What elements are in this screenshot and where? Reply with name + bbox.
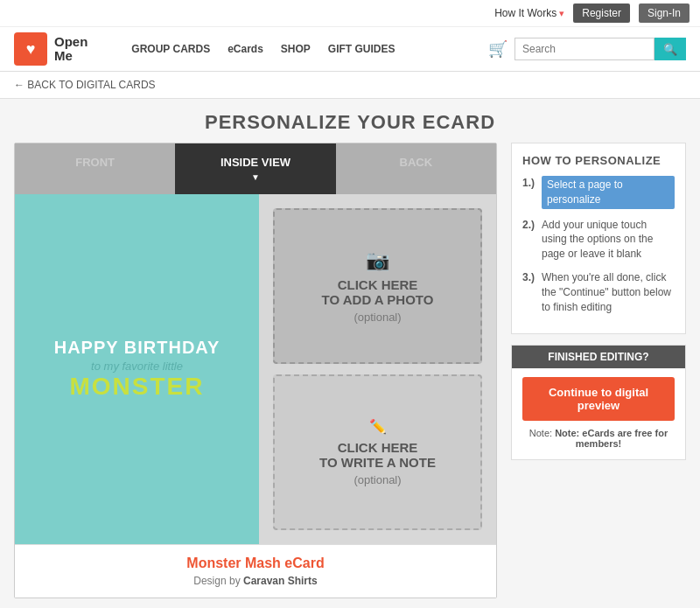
- free-members-note: Note: Note: eCards are free for members!: [522, 428, 675, 449]
- page-title: PERSONALIZE YOUR ECARD: [0, 99, 700, 143]
- search-input[interactable]: [514, 38, 654, 60]
- step-3: 3.) When you're all done, click the "Con…: [522, 270, 675, 314]
- card-left-side: HAPPY BIRTHDAY to my favorite little MON…: [15, 194, 259, 544]
- card-product-title: Monster Mash eCard: [25, 556, 486, 571]
- step3-num: 3.): [522, 270, 535, 314]
- note-write-text: TO WRITE A NOTE: [319, 455, 436, 470]
- header: ♥ Open Me GROUP CARDS eCards SHOP GIFT G…: [0, 27, 700, 72]
- logo-line2: Me: [54, 49, 88, 64]
- main-nav: GROUP CARDS eCards SHOP GIFT GUIDES: [131, 43, 395, 55]
- step2-text: Add your unique touch using the options …: [542, 218, 675, 262]
- cart-icon[interactable]: 🛒: [488, 39, 508, 59]
- note-prefix: Note:: [529, 428, 555, 438]
- logo-text: Open Me: [54, 35, 88, 64]
- top-bar: How It Works ▾ Register Sign-In: [0, 0, 700, 27]
- header-right: 🛒 🔍: [488, 38, 686, 60]
- camera-icon: 📷: [366, 249, 389, 272]
- logo-icon: ♥: [14, 32, 47, 66]
- photo-add-text: TO ADD A PHOTO: [322, 292, 434, 307]
- step2-num: 2.): [522, 218, 535, 262]
- photo-upload-box[interactable]: 📷 CLICK HERE TO ADD A PHOTO (optional): [273, 208, 482, 364]
- card-designer: Design by Caravan Shirts: [25, 575, 486, 587]
- how-it-works-arrow: ▾: [559, 8, 564, 19]
- nav-group-cards[interactable]: GROUP CARDS: [131, 43, 210, 55]
- designer-name-link[interactable]: Caravan Shirts: [243, 575, 318, 587]
- card-birthday-text: HAPPY BIRTHDAY: [54, 338, 220, 358]
- step-1: 1.) Select a page to personalize: [522, 176, 675, 209]
- sidebar: HOW TO PERSONALIZE 1.) Select a page to …: [511, 143, 686, 598]
- photo-click-here: CLICK HERE: [338, 277, 418, 292]
- finished-editing-title: FINISHED EDITING?: [512, 346, 685, 368]
- nav-gift-guides[interactable]: GIFT GUIDES: [328, 43, 396, 55]
- designer-prefix-text: Design by: [193, 575, 240, 587]
- note-bold-text: Note: eCards are free for members!: [555, 428, 668, 449]
- tab-inside-label: INSIDE VIEW: [220, 156, 290, 169]
- tab-inside-view[interactable]: INSIDE VIEW ▼: [175, 143, 335, 194]
- logo: ♥ Open Me: [14, 32, 88, 66]
- note-write-box[interactable]: ✏️ CLICK HERE TO WRITE A NOTE (optional): [273, 374, 482, 530]
- note-click-here: CLICK HERE: [338, 440, 418, 455]
- search-button[interactable]: 🔍: [654, 38, 686, 60]
- back-to-digital-cards-link[interactable]: ← BACK TO DIGITAL CARDS: [14, 79, 156, 91]
- step1-highlight: Select a page to personalize: [542, 176, 675, 209]
- card-footer: Monster Mash eCard Design by Caravan Shi…: [15, 544, 496, 598]
- note-optional-text: (optional): [354, 473, 401, 486]
- edit-icon: ✏️: [369, 418, 387, 435]
- step3-text: When you're all done, click the "Continu…: [542, 270, 675, 314]
- card-monster-text: MONSTER: [70, 373, 205, 401]
- register-button[interactable]: Register: [573, 3, 630, 23]
- how-to-personalize-box: HOW TO PERSONALIZE 1.) Select a page to …: [511, 143, 686, 334]
- tab-back[interactable]: BACK: [336, 143, 496, 194]
- breadcrumb-bar: ← BACK TO DIGITAL CARDS: [0, 72, 700, 99]
- card-preview: HAPPY BIRTHDAY to my favorite little MON…: [15, 194, 496, 544]
- card-right-side: 📷 CLICK HERE TO ADD A PHOTO (optional) ✏…: [259, 194, 496, 544]
- search-box: 🔍: [514, 38, 686, 60]
- step1-num: 1.): [522, 176, 535, 209]
- logo-line1: Open: [54, 35, 88, 50]
- finished-editing-box: FINISHED EDITING? Continue to digital pr…: [511, 345, 686, 460]
- nav-shop[interactable]: SHOP: [281, 43, 311, 55]
- card-content-area: HAPPY BIRTHDAY to my favorite little MON…: [15, 194, 496, 544]
- card-tabs: FRONT INSIDE VIEW ▼ BACK: [15, 143, 496, 194]
- tab-front[interactable]: FRONT: [15, 143, 175, 194]
- how-it-works-text: How It Works: [494, 7, 556, 19]
- main-content: FRONT INSIDE VIEW ▼ BACK HAPPY BIRTHDAY …: [0, 143, 700, 608]
- how-it-works-link[interactable]: How It Works ▾: [494, 7, 564, 19]
- continue-to-preview-button[interactable]: Continue to digital preview: [522, 377, 675, 421]
- card-sub-text: to my favorite little: [91, 360, 183, 373]
- logo-heart-icon: ♥: [26, 40, 36, 59]
- how-to-title: HOW TO PERSONALIZE: [522, 154, 675, 167]
- inside-dropdown-arrow: ▼: [251, 172, 260, 182]
- signin-button[interactable]: Sign-In: [639, 3, 690, 23]
- photo-optional-text: (optional): [354, 311, 401, 324]
- nav-ecards[interactable]: eCards: [228, 43, 263, 55]
- card-area: FRONT INSIDE VIEW ▼ BACK HAPPY BIRTHDAY …: [14, 143, 497, 598]
- step-2: 2.) Add your unique touch using the opti…: [522, 218, 675, 262]
